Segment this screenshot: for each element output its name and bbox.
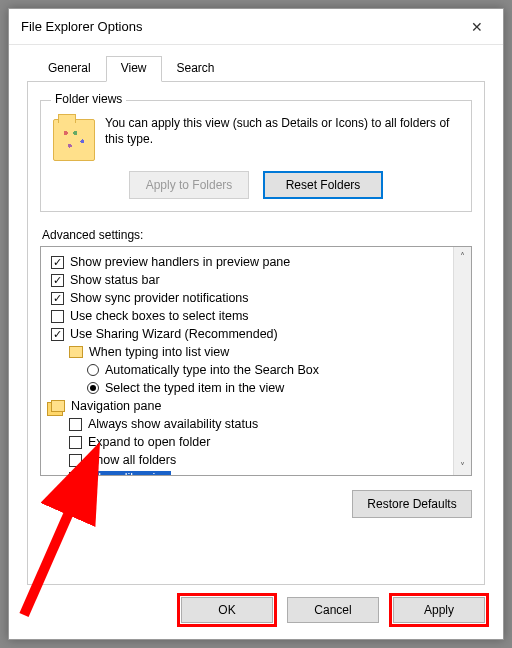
checkbox-icon[interactable] [51,292,64,305]
list-item[interactable]: Show preview handlers in preview pane [51,253,449,271]
checkbox-icon[interactable] [69,418,82,431]
list-item-group: When typing into list view [51,343,449,361]
checkbox-icon[interactable] [51,310,64,323]
checkbox-icon[interactable] [69,454,82,467]
list-item[interactable]: Expand to open folder [51,433,449,451]
apply-to-folders-button: Apply to Folders [129,171,249,199]
folder-views-desc: You can apply this view (such as Details… [105,115,459,161]
advanced-settings-label: Advanced settings: [42,228,470,242]
radio-icon[interactable] [87,382,99,394]
apply-button[interactable]: Apply [393,597,485,623]
tabpanel-view: Folder views You can apply this view (su… [27,81,485,585]
window-frame: File Explorer Options ✕ General View Sea… [8,8,504,640]
folder-views-group: Folder views You can apply this view (su… [40,100,472,212]
list-item[interactable]: Show all folders [51,451,449,469]
list-item[interactable]: Select the typed item in the view [51,379,449,397]
chevron-up-icon[interactable]: ˄ [454,247,471,265]
folder-icon [53,119,95,161]
checkbox-icon[interactable] [51,328,64,341]
list-item-group: Navigation pane [51,397,449,415]
chevron-down-icon[interactable]: ˅ [454,457,471,475]
cancel-button[interactable]: Cancel [287,597,379,623]
close-icon[interactable]: ✕ [455,12,499,42]
list-item[interactable]: Always show availability status [51,415,449,433]
list-item[interactable]: Use Sharing Wizard (Recommended) [51,325,449,343]
list-item[interactable]: Show status bar [51,271,449,289]
checkbox-icon[interactable] [51,274,64,287]
checkbox-icon[interactable] [69,472,82,476]
dialog-buttons: OK Cancel Apply [9,585,503,639]
folder-icon [69,346,83,358]
restore-defaults-button[interactable]: Restore Defaults [352,490,472,518]
list-item[interactable]: Use check boxes to select items [51,307,449,325]
reset-folders-button[interactable]: Reset Folders [263,171,383,199]
list-item-selected[interactable]: Show libraries [51,469,449,475]
advanced-settings-list: Show preview handlers in preview pane Sh… [40,246,472,476]
folder-stack-icon [51,400,65,412]
tab-view[interactable]: View [106,56,162,82]
folder-views-legend: Folder views [51,92,126,106]
tab-search[interactable]: Search [162,56,230,82]
title-bar: File Explorer Options ✕ [9,9,503,45]
checkbox-icon[interactable] [51,256,64,269]
scrollbar[interactable]: ˄ ˅ [453,247,471,475]
tab-general[interactable]: General [33,56,106,82]
list-item[interactable]: Automatically type into the Search Box [51,361,449,379]
tab-strip: General View Search [9,45,503,81]
list-item[interactable]: Show sync provider notifications [51,289,449,307]
radio-icon[interactable] [87,364,99,376]
window-title: File Explorer Options [21,19,142,34]
checkbox-icon[interactable] [69,436,82,449]
ok-button[interactable]: OK [181,597,273,623]
